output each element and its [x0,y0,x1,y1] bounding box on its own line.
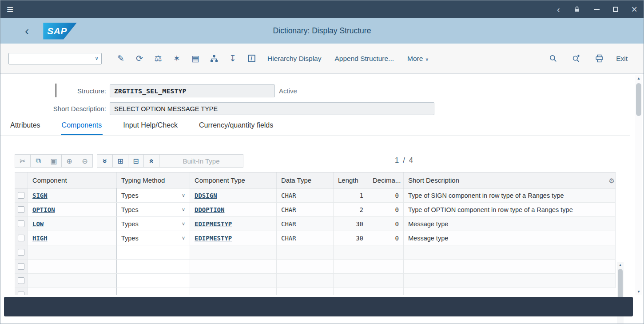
table-row[interactable]: LOW Types∨ EDIPMESTYP CHAR 30 0 Message … [15,217,616,231]
runtime-object-icon: ▤ [191,53,199,64]
close-button[interactable]: × [632,4,637,15]
decimals-column-header[interactable]: Decima... [368,172,404,188]
menu-icon[interactable]: ≡ [7,4,13,15]
back-chevron-icon[interactable]: ‹ [25,25,29,37]
activate-button[interactable]: ✶ [167,51,186,67]
component-type-link[interactable]: DDOPTION [195,206,224,213]
typing-method-dropdown[interactable]: Types∨ [117,203,190,216]
component-type-link[interactable]: EDIPMESTYP [195,235,232,242]
built-in-type-button[interactable]: Built-In Type [159,154,243,168]
window-scrollbar[interactable]: ▴ ▾ [635,75,642,295]
row-checkbox[interactable] [18,277,24,284]
component-cell [28,288,117,295]
row-checkbox[interactable] [18,192,24,199]
component-type-link[interactable]: DDSIGN [195,192,217,199]
command-input[interactable] [8,53,102,64]
insert-row-button[interactable]: ⊞ [112,154,128,168]
component-link[interactable]: LOW [32,220,44,228]
length-cell: 2 [334,203,368,216]
component-column-header[interactable]: Component [28,172,117,188]
information-button[interactable]: i [242,51,261,67]
where-used-button[interactable]: ↧ [223,51,242,67]
scroll-up-icon[interactable]: ▴ [619,262,621,268]
scrollbar-thumb[interactable] [636,83,641,116]
hierarchy-button[interactable] [205,51,223,67]
row-checkbox[interactable] [18,220,24,227]
table-row[interactable]: SIGN Types∨ DDSIGN CHAR 1 0 Type of SIGN… [15,188,616,203]
row-checkbox[interactable] [18,263,24,270]
scroll-down-icon[interactable]: ▾ [637,288,640,295]
component-cell: HIGH [28,231,117,245]
refresh-object-button[interactable]: ⟳ [130,51,149,67]
command-combobox[interactable]: ∨ [8,53,102,64]
search-button[interactable] [543,51,563,67]
tab-components[interactable]: Components [61,120,103,135]
minimize-button[interactable] [594,9,600,10]
remove-row-button[interactable]: ⊖ [77,154,93,168]
table-row-empty[interactable] [15,245,616,260]
maximize-button[interactable] [613,7,618,12]
hierarchy-icon [210,55,218,63]
typing-method-dropdown[interactable]: Types∨ [117,188,190,202]
short-description-column-header[interactable]: Short Description [404,172,616,188]
component-link[interactable]: HIGH [32,235,48,242]
chevron-down-icon: ∨ [425,56,429,62]
table-row-empty[interactable] [15,288,616,295]
typing-method-dropdown[interactable]: Types∨ [117,217,190,231]
scrollbar-track[interactable] [635,81,642,288]
expand-all-button[interactable]: » [97,154,113,168]
hierarchy-display-button[interactable]: Hierarchy Display [261,55,328,63]
insert-row-icon: ⊞ [117,157,123,165]
tab-input-help-check[interactable]: Input Help/Check [122,120,179,135]
table-row[interactable]: HIGH Types∨ EDIPMESTYP CHAR 30 0 Message… [15,231,616,245]
plus-icon: ⊕ [66,157,72,165]
component-link[interactable]: SIGN [32,192,48,199]
exit-button[interactable]: Exit [612,55,636,63]
window-controls: ‹ × [557,4,637,15]
check-consistency-button[interactable]: ⚖ [149,51,167,67]
table-row[interactable]: OPTION Types∨ DDOPTION CHAR 2 0 Type of … [15,203,616,217]
row-checkbox[interactable] [18,249,24,256]
add-row-button[interactable]: ⊕ [61,154,77,168]
component-link[interactable]: OPTION [32,206,55,213]
runtime-object-button[interactable]: ▤ [186,51,205,67]
collapse-all-button[interactable]: « [143,154,159,168]
row-checkbox[interactable] [18,206,24,213]
display-change-button[interactable]: ✎ [111,51,130,67]
component-type-cell [190,274,277,288]
component-type-column-header[interactable]: Component Type [190,172,277,188]
data-type-column-header[interactable]: Data Type [277,172,334,188]
lock-icon[interactable] [573,6,580,13]
table-row-empty[interactable] [15,274,616,288]
row-checkbox[interactable] [18,292,24,295]
append-structure-button[interactable]: Append Structure... [328,55,401,63]
scroll-up-icon[interactable]: ▴ [637,75,640,81]
back-icon[interactable]: ‹ [557,5,560,14]
typing-method-column-header[interactable]: Typing Method [117,172,190,188]
decimals-cell [334,288,368,295]
component-type-cell [190,260,277,273]
copy-button[interactable]: ⧉ [30,154,46,168]
typing-method-dropdown[interactable]: Types∨ [117,231,190,245]
tab-attributes[interactable]: Attributes [9,120,41,135]
main-content: Structure: ZRGTITS_SEL_MESTYP Active Sho… [0,74,644,297]
length-column-header[interactable]: Length [334,172,368,188]
refresh-icon: ⟳ [136,53,143,64]
search-more-button[interactable] [566,51,586,67]
component-cell [28,260,117,273]
length-cell: 30 [334,217,368,231]
table-row-empty[interactable] [15,260,616,274]
more-menu-button[interactable]: More∨ [401,55,435,63]
tab-currency-quantity-fields[interactable]: Currency/quantity fields [198,120,274,135]
structure-field[interactable]: ZRGTITS_SEL_MESTYP [110,84,275,97]
paste-button[interactable]: ▣ [46,154,62,168]
print-button[interactable] [589,51,609,67]
row-checkbox[interactable] [18,235,24,241]
cut-button[interactable]: ✂ [15,154,31,168]
structure-label: Structure: [44,87,106,95]
delete-row-button[interactable]: ⊟ [128,154,144,168]
component-type-link[interactable]: EDIPMESTYP [195,220,232,228]
short-description-field[interactable]: SELECT OPTION MESSAGE TYPE [110,102,434,115]
component-cell: OPTION [28,203,117,216]
table-settings-gear-icon[interactable]: ⚙ [609,177,615,185]
